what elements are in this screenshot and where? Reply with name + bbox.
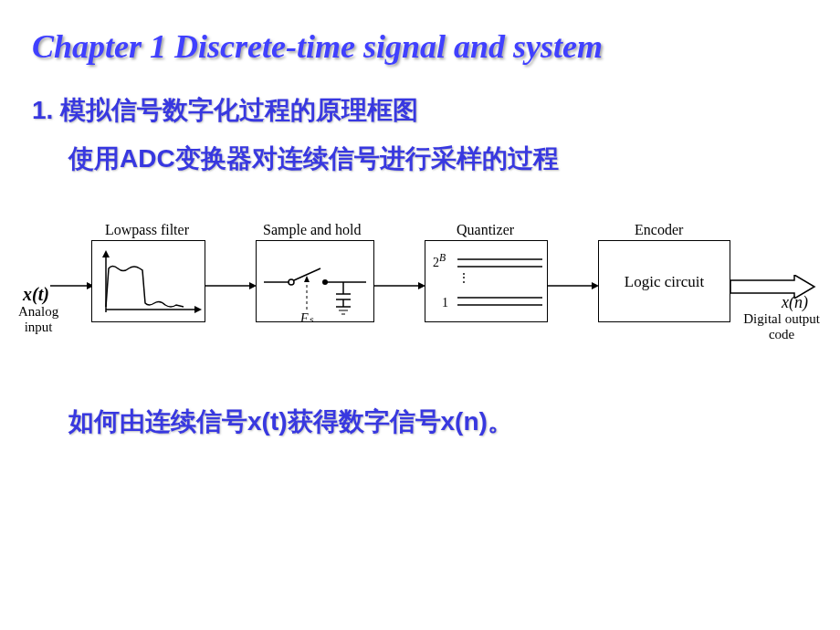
arrow-2-3 (374, 277, 425, 295)
svg-marker-23 (418, 282, 425, 289)
svg-marker-3 (102, 250, 110, 257)
page-title: Chapter 1 Discrete-time signal and syste… (0, 0, 840, 75)
svg-text:⋮: ⋮ (457, 271, 470, 285)
svg-marker-7 (249, 282, 256, 289)
output-signal-label: x(n) (782, 293, 808, 312)
sample-hold-box: Fₛ (256, 240, 374, 322)
fs-label: Fₛ (300, 310, 313, 326)
arrow-3-4 (548, 277, 598, 295)
encoder-label: Encoder (635, 222, 683, 238)
quantizer-box: ⋮ 2B 1 (425, 240, 548, 322)
adc-block-diagram: x(t) Analog input Lowpass filter Sample … (18, 204, 822, 368)
conclusion-text: 如何由连续信号x(t)获得数字信号x(n)。 (0, 368, 840, 444)
quant-top-label: 2B (433, 252, 446, 270)
encoder-box: Logic circuit (598, 240, 730, 322)
logic-circuit-text: Logic circuit (599, 273, 730, 291)
sample-hold-label: Sample and hold (263, 222, 362, 238)
analog-input-label: Analog input (18, 304, 58, 334)
lowpass-label: Lowpass filter (105, 222, 189, 238)
svg-marker-21 (304, 276, 310, 282)
svg-point-9 (289, 279, 294, 285)
quantizer-label: Quantizer (457, 222, 514, 238)
digital-output-label: Digital output code (743, 311, 820, 341)
svg-marker-30 (592, 282, 598, 289)
heading-2: 使用ADC变换器对连续信号进行采样的过程 (0, 132, 840, 194)
lowpass-box (91, 240, 205, 322)
quant-bottom-label: 1 (442, 296, 448, 310)
input-arrow (50, 277, 91, 295)
input-signal-label: x(t) (23, 284, 49, 305)
sample-hold-circuit-icon (257, 241, 375, 323)
arrow-1-2 (205, 277, 256, 295)
heading-1: 1. 模拟信号数字化过程的原理框图 (0, 75, 840, 132)
svg-marker-5 (194, 306, 202, 313)
lowpass-waveform-icon (92, 241, 206, 323)
